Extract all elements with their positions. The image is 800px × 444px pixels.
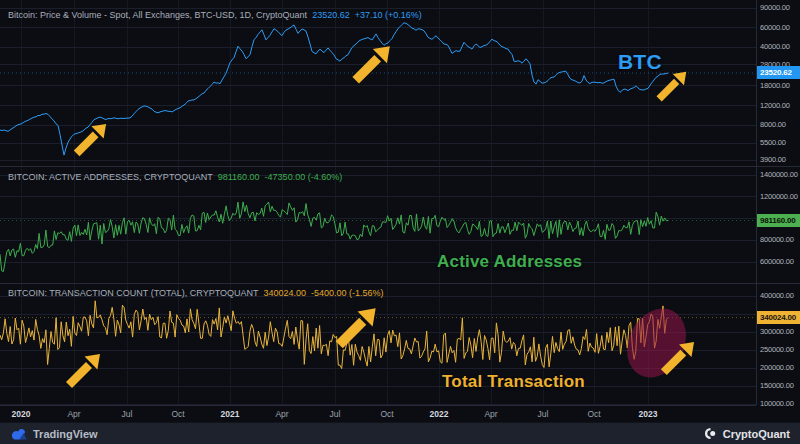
panel-title-active-addresses: BITCOIN: ACTIVE ADDRESSES, CRYPTOQUANT98… (8, 172, 342, 182)
panel-last-value: 23520.62 (312, 10, 350, 20)
trend-arrow-icon (62, 352, 102, 392)
x-axis-label: Oct (367, 409, 407, 419)
footer-bar: TradingView CryptoQuant (0, 422, 800, 444)
x-axis-label: Jul (107, 409, 147, 419)
x-axis-label: Apr (471, 409, 511, 419)
panel-change-value: +37.10 (+0.16%) (355, 10, 422, 20)
y-axis-label: 600000.00 (757, 257, 794, 267)
cryptoquant-logo-icon (704, 427, 717, 440)
tradingview-chart-window: Bitcoin: Price & Volume - Spot, All Exch… (0, 0, 800, 444)
panel-change-value: -47350.00 (-4.60%) (265, 172, 343, 182)
last-value-badge: 23520.62 (757, 66, 800, 79)
y-axis-label: 300000.00 (757, 327, 794, 337)
x-axis-label: Oct (574, 409, 614, 419)
x-axis-label: Jul (523, 409, 563, 419)
y-axis-label: 18000.00 (757, 81, 790, 91)
panel-title-text: BITCOIN: ACTIVE ADDRESSES, CRYPTOQUANT (8, 172, 213, 182)
y-axis-label: 100000.00 (757, 399, 794, 409)
panel-title-price: Bitcoin: Price & Volume - Spot, All Exch… (8, 10, 422, 20)
panel-last-value: 981160.00 (218, 172, 260, 182)
y-axis-label: 250000.00 (757, 345, 794, 355)
y-axis-label: 60000.00 (757, 23, 790, 33)
active-addresses-label: Active Addresses (437, 252, 582, 272)
panel-title-text: BITCOIN: TRANSACTION COUNT (TOTAL), CRYP… (8, 288, 259, 298)
y-axis-label: 40000.00 (757, 42, 790, 52)
y-axis-label: 800000.00 (757, 235, 794, 245)
cryptoquant-attribution[interactable]: CryptoQuant (704, 427, 790, 440)
x-axis-label: 2021 (210, 409, 250, 419)
panel-title-transaction-count: BITCOIN: TRANSACTION COUNT (TOTAL), CRYP… (8, 288, 384, 298)
tradingview-attribution[interactable]: TradingView (10, 428, 98, 440)
y-axis-label: 3900.00 (757, 155, 786, 165)
price-axis[interactable]: 90000.0060000.0040000.0028000.0018000.00… (756, 0, 800, 405)
trend-arrow-icon (348, 44, 392, 88)
trend-arrow-icon (331, 306, 378, 353)
y-axis-label: 200000.00 (757, 363, 794, 373)
y-axis-label: 12000.00 (757, 101, 790, 111)
y-axis-label: 1200000.00 (757, 192, 798, 202)
y-axis-label: 8000.00 (757, 120, 786, 130)
panel-title-text: Bitcoin: Price & Volume - Spot, All Exch… (8, 10, 307, 20)
panel-last-value: 340024.00 (264, 288, 307, 298)
y-axis-label: 1400000.00 (757, 170, 798, 180)
y-axis-label: 90000.00 (757, 3, 790, 13)
x-axis-label: Jul (315, 409, 355, 419)
cryptoquant-label: CryptoQuant (723, 428, 790, 440)
time-axis[interactable]: 2020AprJulOct2021AprJulOct2022AprJulOct2… (0, 405, 756, 422)
panel-separator[interactable] (0, 166, 800, 167)
x-axis-label: 2020 (1, 409, 41, 419)
x-axis-label: 2022 (419, 409, 459, 419)
total-transaction-label: Total Transaction (442, 372, 585, 392)
y-axis-label: 5500.00 (757, 138, 786, 148)
x-axis-label: Oct (158, 409, 198, 419)
tradingview-logo-icon (10, 428, 27, 440)
tradingview-label: TradingView (33, 428, 98, 440)
last-value-badge: 981160.00 (757, 214, 800, 227)
trend-arrow-icon (657, 340, 696, 379)
x-axis-label: 2023 (628, 409, 668, 419)
panel-change-value: -5400.00 (-1.56%) (311, 288, 384, 298)
y-axis-label: 400000.00 (757, 291, 794, 301)
panel-separator[interactable] (0, 283, 800, 284)
y-axis-label: 150000.00 (757, 381, 794, 391)
x-axis-label: Apr (262, 409, 302, 419)
x-axis-label: Apr (54, 409, 94, 419)
trend-arrow-icon (653, 70, 688, 105)
trend-arrow-icon (70, 122, 108, 160)
last-value-badge: 340024.00 (757, 311, 800, 324)
